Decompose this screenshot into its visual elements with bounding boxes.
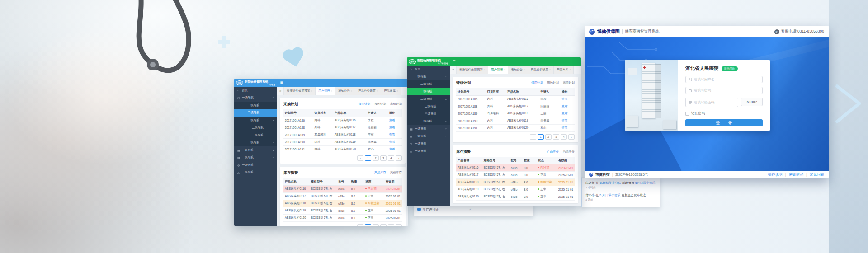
sidebar-item[interactable]: 二级导航 ∨: [407, 118, 450, 126]
tab[interactable]: 产品出库 ○: [381, 87, 401, 95]
sidebar-item[interactable]: 三级导航: [407, 103, 450, 111]
stock-filter-link[interactable]: 产品库存: [547, 150, 559, 154]
page-button[interactable]: 2: [373, 224, 379, 226]
sidebar-item[interactable]: ▢ 一级导航 ∧: [407, 73, 450, 81]
view-link[interactable]: 查看: [388, 118, 402, 122]
sidebar-item[interactable]: 二级导航: [407, 80, 450, 88]
tab-close-icon[interactable]: ○: [484, 68, 485, 71]
stock-filter-link[interactable]: 高值库存: [390, 171, 402, 175]
tab[interactable]: 用户管理 ○: [488, 66, 508, 74]
sidebar-item[interactable]: ◷ 一级导航: [234, 161, 277, 169]
feed-link[interactable]: 5 月日常小需求: [599, 193, 620, 197]
page-button[interactable]: 3: [380, 224, 387, 226]
page-button[interactable]: 1: [365, 224, 371, 226]
page-button[interactable]: 3: [380, 155, 387, 161]
tab-close-icon[interactable]: ○: [351, 89, 352, 92]
sidebar-item[interactable]: ▢ 一级导航 ∧: [234, 94, 277, 102]
plan-filter-link[interactable]: 高值计划: [563, 81, 575, 85]
sidebar-item[interactable]: 二级导航: [234, 102, 277, 109]
plan-filter-link[interactable]: 高值计划: [390, 102, 402, 106]
sidebar-item[interactable]: 二级导航 ∧: [407, 95, 450, 103]
tab-close-icon[interactable]: ○: [569, 68, 571, 71]
login-button[interactable]: 登 录: [685, 119, 763, 126]
sidebar-item[interactable]: △ 一级导航: [407, 148, 450, 155]
feed-link[interactable]: 5月日常小需求: [635, 181, 656, 184]
password-input[interactable]: 请填写密码: [685, 87, 763, 94]
footer-link[interactable]: 常见问题: [810, 172, 824, 177]
tab-close-icon[interactable]: ○: [524, 68, 525, 71]
tab-close-icon[interactable]: ○: [331, 89, 332, 92]
tab[interactable]: 产品分类设置 ○: [355, 87, 381, 95]
tab[interactable]: 产品分类设置 ○: [528, 66, 554, 74]
page-button[interactable]: 1: [365, 155, 371, 161]
collapse-tabs-icon[interactable]: «: [450, 66, 457, 74]
page-button[interactable]: 2: [545, 134, 552, 140]
tab[interactable]: 资质证件效期预警 ○: [457, 66, 488, 74]
view-link[interactable]: 查看: [561, 126, 575, 130]
plan-filter-link[interactable]: 预约计划: [374, 102, 386, 106]
menu-icon[interactable]: ≡: [277, 79, 283, 87]
footer-link[interactable]: 操作说明: [768, 172, 783, 177]
sidebar-item[interactable]: 二级导航 ∧: [234, 117, 277, 124]
sidebar-item[interactable]: 二级导航: [234, 109, 277, 117]
tab[interactable]: 用户管理 ○: [316, 87, 335, 95]
sidebar-item[interactable]: 三级导航: [234, 124, 277, 132]
sidebar-item[interactable]: ⌂ 首页: [407, 66, 450, 73]
page-button[interactable]: 2: [373, 155, 379, 161]
sidebar-item[interactable]: ▤ 一级导航 ∨: [234, 154, 277, 162]
collapse-tabs-icon[interactable]: «: [277, 87, 284, 95]
tab[interactable]: 产品出库 ○: [554, 66, 574, 74]
view-link[interactable]: 查看: [388, 133, 402, 137]
feed-link[interactable]: 风辉精英小分队: [599, 181, 621, 184]
sidebar-item[interactable]: 二级导航: [407, 88, 450, 96]
sidebar-item[interactable]: ▤ 一级导航 ∨: [407, 133, 450, 141]
page-button[interactable]: ›: [568, 134, 575, 140]
stock-filter-link[interactable]: 高值库存: [563, 150, 575, 154]
stock-filter-link[interactable]: 产品库存: [374, 171, 386, 175]
sidebar-item[interactable]: ▦ 一级导航 ∨: [407, 125, 450, 133]
stock-card: 库存预警 产品库存高值库存 产品名称规格型号批号数量状态有效期 ABS床头柜01…: [280, 167, 406, 226]
sidebar-item[interactable]: △ 一级导航: [234, 169, 277, 177]
view-link[interactable]: 查看: [561, 112, 575, 116]
tab[interactable]: 资质证件效期预警 ○: [284, 87, 316, 95]
page-button[interactable]: 1: [538, 134, 544, 140]
view-link[interactable]: 查看: [388, 147, 402, 151]
view-link[interactable]: 查看: [561, 97, 575, 101]
tab-close-icon[interactable]: ○: [504, 68, 505, 71]
tab-close-icon[interactable]: ○: [377, 89, 378, 92]
captcha-question[interactable]: 6+8=?: [741, 98, 763, 106]
tab[interactable]: 通知公告 ○: [508, 66, 528, 74]
page-button[interactable]: 4: [388, 155, 394, 161]
sidebar-item[interactable]: ▦ 一级导航 ∨: [234, 146, 277, 154]
tab-close-icon[interactable]: ○: [549, 68, 551, 71]
tab-close-icon[interactable]: ○: [311, 89, 312, 92]
view-link[interactable]: 查看: [388, 140, 402, 144]
sidebar-item[interactable]: 三级导航: [407, 110, 450, 118]
page-button[interactable]: ‹: [530, 134, 536, 140]
plan-filter-link[interactable]: 领用计划: [359, 102, 370, 106]
captcha-input[interactable]: 请填写验证码: [685, 98, 738, 107]
sidebar-item[interactable]: 二级导航 ∨: [234, 139, 277, 147]
view-link[interactable]: 查看: [388, 126, 402, 130]
sidebar-item[interactable]: ⌂ 首页: [234, 87, 277, 94]
page-button[interactable]: 4: [561, 134, 567, 140]
sidebar-item[interactable]: ◷ 一级导航: [407, 140, 450, 148]
footer-link[interactable]: 密钥驱动: [789, 172, 803, 177]
certificate-row[interactable]: 生产许可证 ✓: [417, 207, 472, 212]
view-link[interactable]: 查看: [561, 104, 575, 108]
page-button[interactable]: 3: [553, 134, 559, 140]
page-button[interactable]: ›: [396, 224, 402, 226]
page-button[interactable]: ›: [396, 155, 402, 161]
sidebar-item[interactable]: 三级导航: [234, 131, 277, 139]
username-input[interactable]: 请填写用户名: [685, 76, 763, 83]
menu-icon[interactable]: ≡: [450, 57, 456, 66]
plan-filter-link[interactable]: 领用计划: [531, 81, 543, 85]
page-button[interactable]: ‹: [357, 224, 363, 226]
plan-filter-link[interactable]: 预约计划: [547, 81, 559, 85]
tab[interactable]: 通知公告 ○: [335, 87, 355, 95]
page-button[interactable]: ‹: [357, 155, 363, 161]
remember-checkbox[interactable]: [685, 112, 689, 116]
view-link[interactable]: 查看: [561, 119, 575, 123]
page-button[interactable]: 4: [388, 224, 394, 226]
tab-close-icon[interactable]: ○: [396, 89, 398, 92]
